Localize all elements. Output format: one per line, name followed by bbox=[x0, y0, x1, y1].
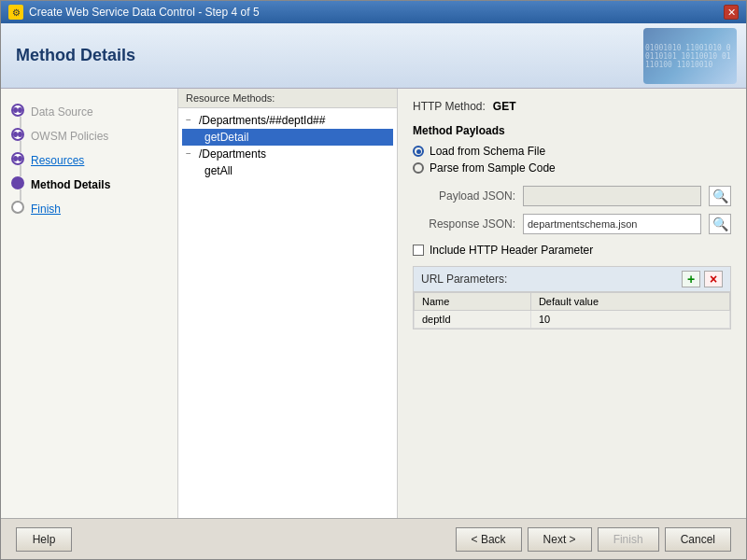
page-title: Method Details bbox=[16, 46, 135, 65]
footer-bar: Help < Back Next > Finish Cancel bbox=[1, 518, 746, 559]
tree-label-deptid-resource: /Departments/##deptId## bbox=[199, 114, 325, 127]
nav-circle-data-source bbox=[11, 104, 24, 117]
tree-item-getall[interactable]: getAll bbox=[182, 162, 393, 179]
remove-param-button[interactable]: × bbox=[704, 271, 723, 287]
content-area: Data Source OWSM Policies Re bbox=[1, 89, 746, 518]
radio-label-parse-sample: Parse from Sample Code bbox=[430, 161, 556, 175]
nav-section: Data Source OWSM Policies Re bbox=[8, 104, 170, 216]
http-method-label: HTTP Method: bbox=[413, 100, 486, 113]
response-json-row: Response JSON: 🔍 bbox=[413, 214, 731, 234]
next-button[interactable]: Next > bbox=[528, 527, 592, 552]
http-method-row: HTTP Method: GET bbox=[413, 100, 731, 113]
radio-group-payload: Load from Schema File Parse from Sample … bbox=[413, 145, 731, 175]
tree-item-departments-resource[interactable]: − /Departments bbox=[182, 146, 393, 162]
response-json-label: Response JSON: bbox=[413, 217, 515, 231]
middle-tree-panel: Resource Methods: − /Departments/##deptI… bbox=[178, 89, 398, 518]
url-params-header: URL Parameters: + × bbox=[414, 267, 730, 292]
method-payloads-title: Method Payloads bbox=[413, 124, 731, 137]
footer-left: Help bbox=[16, 527, 72, 552]
nav-label-resources[interactable]: Resources bbox=[27, 152, 84, 167]
nav-circle-method-details bbox=[11, 176, 24, 189]
expand-icon-departments: − bbox=[186, 148, 197, 160]
footer-right: < Back Next > Finish Cancel bbox=[456, 527, 731, 552]
param-name-cell: deptId bbox=[415, 311, 531, 329]
radio-input-parse-sample[interactable] bbox=[413, 162, 424, 174]
col-header-default: Default value bbox=[530, 293, 729, 311]
nav-item-data-source: Data Source bbox=[8, 104, 170, 128]
params-table: Name Default value deptId 10 bbox=[414, 292, 730, 329]
include-header-row: Include HTTP Header Parameter bbox=[413, 244, 731, 257]
tree-item-deptid-resource[interactable]: − /Departments/##deptId## bbox=[182, 112, 393, 129]
response-json-input[interactable] bbox=[523, 214, 701, 234]
nav-label-method-details: Method Details bbox=[27, 176, 110, 191]
param-default-cell: 10 bbox=[530, 311, 729, 329]
include-header-label: Include HTTP Header Parameter bbox=[430, 244, 593, 257]
back-button[interactable]: < Back bbox=[456, 527, 522, 552]
finish-button[interactable]: Finish bbox=[598, 527, 659, 552]
title-bar: ⚙ Create Web Service Data Control - Step… bbox=[1, 1, 746, 23]
nav-item-method-details: Method Details bbox=[8, 176, 170, 201]
payload-json-browse-button[interactable]: 🔍 bbox=[709, 186, 731, 206]
right-detail-panel: HTTP Method: GET Method Payloads Load fr… bbox=[398, 89, 746, 518]
main-window: ⚙ Create Web Service Data Control - Step… bbox=[0, 0, 747, 560]
header-area: Method Details 01001010 11001010 0011010… bbox=[1, 23, 746, 89]
url-params-actions: + × bbox=[682, 271, 723, 287]
nav-circle-owsm bbox=[11, 128, 24, 141]
url-params-label: URL Parameters: bbox=[421, 273, 507, 286]
nav-label-data-source: Data Source bbox=[27, 104, 93, 119]
response-json-browse-button[interactable]: 🔍 bbox=[709, 214, 731, 234]
col-header-name: Name bbox=[415, 293, 531, 311]
radio-label-load-schema: Load from Schema File bbox=[430, 145, 545, 158]
expand-icon-deptid: − bbox=[186, 115, 197, 126]
payload-json-input[interactable] bbox=[523, 186, 701, 206]
radio-load-schema[interactable]: Load from Schema File bbox=[413, 145, 731, 158]
header-decoration: 01001010 11001010 00110101 10110010 0111… bbox=[643, 28, 737, 84]
cancel-button[interactable]: Cancel bbox=[665, 527, 731, 552]
left-nav-panel: Data Source OWSM Policies Re bbox=[1, 89, 178, 518]
close-button[interactable]: ✕ bbox=[724, 5, 739, 20]
tree-label-departments-resource: /Departments bbox=[199, 147, 266, 161]
window-icon: ⚙ bbox=[8, 5, 23, 20]
tree-area[interactable]: − /Departments/##deptId## getDetail − /D… bbox=[178, 108, 397, 518]
radio-parse-sample[interactable]: Parse from Sample Code bbox=[413, 161, 731, 175]
url-params-section: URL Parameters: + × Name Default value bbox=[413, 266, 731, 329]
payload-json-row: Payload JSON: 🔍 bbox=[413, 186, 731, 206]
nav-label-finish[interactable]: Finish bbox=[27, 201, 61, 216]
nav-label-owsm: OWSM Policies bbox=[27, 128, 108, 143]
tree-item-getdetail[interactable]: getDetail bbox=[182, 129, 393, 146]
table-row: deptId 10 bbox=[415, 311, 730, 329]
resource-methods-header: Resource Methods: bbox=[178, 89, 397, 108]
nav-item-finish[interactable]: Finish bbox=[8, 201, 170, 216]
help-button[interactable]: Help bbox=[16, 527, 72, 552]
nav-item-resources[interactable]: Resources bbox=[8, 152, 170, 176]
payload-json-label: Payload JSON: bbox=[413, 189, 515, 203]
window-title: Create Web Service Data Control - Step 4… bbox=[29, 6, 718, 19]
tree-label-getall: getAll bbox=[204, 164, 233, 177]
radio-input-load-schema[interactable] bbox=[413, 146, 424, 157]
nav-circle-resources bbox=[11, 152, 24, 165]
http-method-value: GET bbox=[493, 100, 516, 113]
include-header-checkbox[interactable] bbox=[413, 245, 424, 256]
nav-item-owsm: OWSM Policies bbox=[8, 128, 170, 152]
add-param-button[interactable]: + bbox=[682, 271, 700, 287]
nav-circle-finish bbox=[11, 201, 24, 214]
tree-label-getdetail: getDetail bbox=[204, 131, 248, 144]
